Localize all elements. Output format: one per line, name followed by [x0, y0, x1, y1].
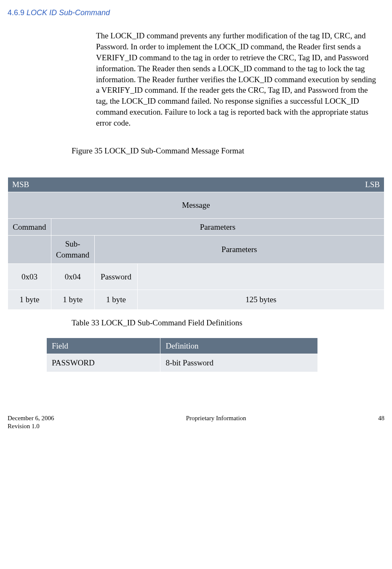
subcommand-header: Sub-Command — [51, 236, 94, 263]
password-size: 1 byte — [94, 290, 138, 310]
cmd-value: 0x03 — [8, 263, 51, 290]
field-header: Field — [47, 338, 160, 354]
lsb-label: LSB — [365, 179, 380, 190]
footer-page: 48 — [378, 414, 384, 431]
table-caption: Table 33 LOCK_ID Sub-Command Field Defin… — [72, 317, 384, 328]
table-row: 0x03 0x04 Password — [8, 263, 384, 290]
table-row: Message — [8, 192, 384, 219]
subcmd-size: 1 byte — [51, 290, 94, 310]
parameters2-header: Parameters — [94, 236, 384, 263]
table-row: 1 byte 1 byte 1 byte 125 bytes — [8, 290, 384, 310]
figure-caption: Figure 35 LOCK_ID Sub-Command Message Fo… — [72, 145, 384, 156]
section-heading: 4.6.9 LOCK ID Sub-Command — [8, 8, 384, 18]
section-number: 4.6.9 — [8, 8, 24, 17]
table-row: Field Definition — [47, 338, 318, 354]
rest-size: 125 bytes — [138, 290, 384, 310]
message-cell: Message — [8, 192, 384, 219]
message-format-table: MSB LSB Message Command Parameters Sub-C… — [8, 177, 384, 309]
table-row: Sub-Command Parameters — [8, 236, 384, 263]
command-header: Command — [8, 218, 51, 236]
definition-header: Definition — [160, 338, 318, 354]
table-row: Command Parameters — [8, 218, 384, 236]
field-cell: PASSWORD — [47, 354, 160, 372]
password-value: Password — [94, 263, 138, 290]
subcmd-value: 0x04 — [51, 263, 94, 290]
footer-center: Proprietary Information — [186, 414, 246, 431]
definition-cell: 8-bit Password — [160, 354, 318, 372]
field-definitions-table: Field Definition PASSWORD 8-bit Password — [46, 338, 318, 372]
footer-date: December 6, 2006 — [8, 414, 54, 423]
footer-revision: Revision 1.0 — [8, 422, 54, 431]
cmd-size: 1 byte — [8, 290, 51, 310]
section-title: LOCK ID Sub-Command — [27, 8, 110, 17]
body-paragraph: The LOCK_ID command prevents any further… — [96, 30, 376, 128]
table-row: PASSWORD 8-bit Password — [47, 354, 318, 372]
page-footer: December 6, 2006 Revision 1.0 Proprietar… — [8, 414, 384, 431]
empty-cell — [8, 236, 51, 263]
rest-value — [138, 263, 384, 290]
msb-label: MSB — [12, 179, 29, 190]
table-row: MSB LSB — [8, 177, 384, 192]
parameters-header: Parameters — [51, 218, 384, 236]
